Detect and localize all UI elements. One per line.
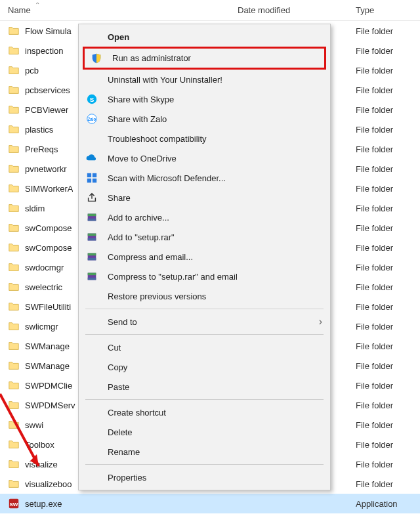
folder-icon: [8, 399, 20, 411]
file-row[interactable]: swdata1.id10/9/2019 12:51 AMID File: [0, 513, 420, 518]
file-name: SWPDMClie: [25, 381, 72, 391]
file-name: Toolbox: [25, 440, 54, 450]
folder-icon: [8, 64, 20, 76]
menu-item-label: Scan with Microsoft Defender...: [108, 173, 322, 183]
svg-text:SW: SW: [9, 502, 18, 507]
menu-item[interactable]: Compress to "setup.rar" and email: [80, 267, 329, 286]
folder-icon: [8, 478, 20, 490]
file-type: Application: [356, 499, 420, 509]
file-row[interactable]: SWsetup.exeApplication: [0, 494, 420, 513]
menu-item[interactable]: Create shortcut: [80, 402, 329, 422]
file-type: File folder: [356, 263, 420, 272]
file-type: File folder: [356, 302, 420, 312]
menu-item[interactable]: Copy: [80, 357, 329, 377]
blank-icon: [84, 132, 100, 145]
menu-item[interactable]: Properties: [80, 467, 329, 487]
svg-rect-18: [88, 258, 96, 261]
blank-icon: [84, 315, 100, 328]
menu-item[interactable]: Share: [80, 188, 329, 207]
column-date[interactable]: Date modified: [238, 5, 356, 15]
folder-icon: [8, 163, 20, 175]
exe-icon: SW: [8, 498, 20, 509]
file-name: swCompose: [25, 243, 72, 253]
blank-icon: [84, 406, 100, 419]
column-name[interactable]: Name ⌃: [8, 5, 238, 15]
menu-item-label: Share: [108, 193, 322, 203]
file-type: File folder: [356, 85, 420, 95]
file-type: File folder: [356, 144, 420, 154]
file-name: visualizeboo: [25, 479, 72, 489]
file-name: swCompose: [25, 223, 72, 233]
menu-item[interactable]: ZaloShare with Zalo: [80, 109, 329, 129]
menu-item[interactable]: Uninstall with Your Uninstaller!: [80, 70, 329, 89]
column-date-label: Date modified: [238, 5, 290, 15]
onedrive-icon: [84, 152, 100, 165]
blank-icon: [84, 73, 100, 86]
menu-item[interactable]: Rename: [80, 442, 329, 462]
folder-icon: [8, 458, 20, 470]
menu-item[interactable]: Open: [80, 27, 329, 47]
menu-item[interactable]: Add to archive...: [80, 207, 329, 227]
menu-item-label: Compress and email...: [108, 252, 322, 262]
menu-item-label: Paste: [108, 382, 322, 392]
menu-item[interactable]: Move to OneDrive: [80, 148, 329, 168]
folder-icon: [8, 439, 20, 450]
winrar-icon: [84, 230, 100, 244]
file-type: File folder: [356, 204, 420, 213]
file-type: File folder: [356, 479, 420, 489]
file-type: File folder: [356, 361, 420, 371]
menu-item[interactable]: Scan with Microsoft Defender...: [80, 168, 329, 188]
menu-item[interactable]: Delete: [80, 422, 329, 442]
file-type: File folder: [356, 105, 420, 115]
file-name: inspection: [25, 46, 64, 56]
blank-icon: [84, 30, 100, 43]
blank-icon: [84, 341, 100, 354]
file-name: swwi: [25, 420, 43, 430]
menu-item[interactable]: Run as administrator: [85, 49, 324, 68]
menu-item[interactable]: Add to "setup.rar": [80, 227, 329, 247]
blank-icon: [84, 425, 100, 439]
menu-item[interactable]: Send to›: [80, 312, 329, 332]
menu-item-label: Properties: [108, 473, 322, 483]
folder-icon: [8, 281, 20, 293]
svg-rect-11: [88, 214, 96, 217]
menu-item[interactable]: Paste: [80, 377, 329, 397]
file-name: setup.exe: [25, 499, 62, 509]
file-type: File folder: [356, 282, 420, 292]
menu-item-label: Troubleshoot compatibility: [108, 134, 322, 144]
svg-text:S: S: [90, 96, 94, 103]
sort-asc-icon: ⌃: [35, 1, 40, 9]
svg-rect-17: [88, 253, 96, 256]
svg-rect-12: [88, 219, 96, 221]
menu-item[interactable]: Restore previous versions: [80, 286, 329, 306]
annotation-highlight: Run as administrator: [83, 47, 326, 70]
folder-icon: [8, 340, 20, 352]
svg-rect-8: [87, 179, 91, 183]
file-type: File folder: [356, 322, 420, 332]
menu-item[interactable]: Cut: [80, 337, 329, 357]
column-header: Name ⌃ Date modified Type: [0, 0, 420, 21]
menu-item[interactable]: Troubleshoot compatibility: [80, 129, 329, 148]
file-name: SWManage: [25, 361, 70, 371]
folder-icon: [8, 84, 20, 96]
menu-item[interactable]: Compress and email...: [80, 247, 329, 267]
blank-icon: [84, 360, 100, 374]
file-type: File folder: [356, 400, 420, 410]
share-icon: [84, 191, 100, 204]
blank-icon: [84, 445, 100, 458]
file-name: swlicmgr: [25, 322, 58, 332]
menu-item-label: Share with Zalo: [108, 114, 322, 124]
folder-icon: [8, 202, 20, 214]
svg-text:Zalo: Zalo: [88, 117, 96, 121]
menu-item[interactable]: SShare with Skype: [80, 89, 329, 109]
defender-icon: [84, 171, 100, 184]
file-name: SWFileUtiliti: [25, 302, 71, 312]
folder-icon: [8, 419, 20, 431]
menu-item-label: Uninstall with Your Uninstaller!: [108, 75, 322, 85]
winrar-icon: [84, 250, 100, 263]
blank-icon: [84, 471, 100, 484]
column-type[interactable]: Type: [356, 5, 420, 15]
skype-icon: S: [84, 93, 100, 106]
file-name: SWManage: [25, 341, 70, 351]
menu-item-label: Move to OneDrive: [108, 154, 322, 163]
